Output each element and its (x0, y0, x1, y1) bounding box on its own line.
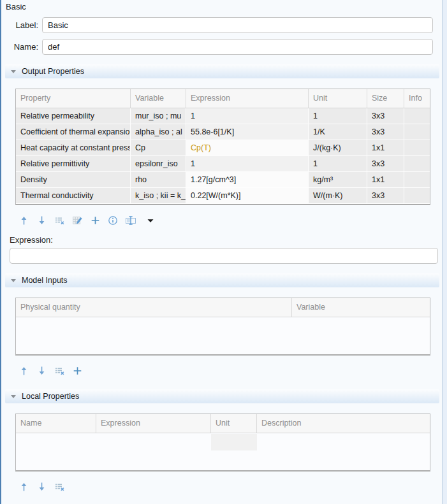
variable-cell[interactable]: Cp (131, 140, 186, 156)
section-title-model-inputs: Model Inputs (22, 276, 68, 285)
info-cell[interactable] (404, 124, 430, 140)
section-header-local-properties[interactable]: Local Properties (5, 389, 439, 403)
info-cell[interactable] (404, 108, 430, 124)
property-row[interactable]: Thermal conductivityk_iso ; kii = k_0.22… (16, 188, 430, 204)
column-header-expression: Expression (186, 89, 309, 108)
expression-cell[interactable]: 1 (186, 156, 309, 172)
variable-cell[interactable]: k_iso ; kii = k_ (131, 188, 186, 204)
add-icon (73, 366, 82, 376)
expression-cell[interactable]: 1 (186, 108, 309, 124)
move-up-button[interactable] (18, 215, 29, 226)
delete-button[interactable] (54, 481, 65, 493)
move-down-button[interactable] (36, 365, 47, 377)
unit-cell[interactable]: kg/m³ (309, 172, 367, 188)
move-down-icon (37, 215, 47, 226)
move-down-button[interactable] (36, 215, 47, 226)
unit-cell[interactable]: J/(kg·K) (309, 140, 367, 156)
collapse-caret-icon (11, 70, 16, 73)
property-row[interactable]: Densityrho1.27[g/cm^3]kg/m³1x1 (16, 172, 430, 188)
size-cell[interactable]: 3x3 (367, 108, 404, 124)
property-row[interactable]: Heat capacity at constant pressureCpCp(T… (16, 140, 430, 156)
edit-icon (72, 215, 83, 226)
label-field-label: Label: (9, 20, 38, 30)
delete-icon (54, 366, 65, 376)
expression-field-label: Expression: (10, 235, 442, 245)
variable-cell[interactable]: alpha_iso ; al (131, 124, 186, 140)
variable-cell[interactable]: rho (131, 172, 186, 188)
section-header-output-properties[interactable]: Output Properties (5, 64, 439, 78)
column-header-variable: Variable (131, 89, 186, 108)
info-cell[interactable] (404, 172, 430, 188)
column-header-unit: Unit (309, 89, 367, 108)
collapse-caret-icon (11, 279, 16, 282)
add-icon (91, 215, 100, 226)
output-properties-table: Property Variable Expression Unit Size I… (15, 89, 430, 205)
column-width-button[interactable] (125, 215, 136, 226)
info-button[interactable] (107, 215, 119, 226)
unit-cell[interactable]: 1 (309, 156, 367, 172)
output-properties-header: Property Variable Expression Unit Size I… (16, 89, 430, 108)
expression-cell[interactable]: Cp(T) (186, 140, 309, 156)
column-header-property: Property (16, 89, 131, 108)
model-inputs-tbody (16, 317, 430, 354)
expression-cell[interactable]: 55.8e-6[1/K] (186, 124, 309, 140)
size-cell[interactable]: 3x3 (367, 188, 404, 204)
menu-caret-button[interactable] (145, 215, 156, 226)
move-up-icon (19, 215, 29, 226)
size-cell[interactable]: 3x3 (367, 156, 404, 172)
column-header-variable: Variable (292, 298, 430, 317)
info-cell[interactable] (404, 188, 430, 204)
section-header-model-inputs[interactable]: Model Inputs (5, 273, 439, 287)
scrollbar[interactable] (442, 0, 447, 504)
property-cell[interactable]: Relative permittivity (16, 156, 131, 172)
info-cell[interactable] (404, 156, 430, 172)
section-title-local-properties: Local Properties (22, 392, 79, 401)
delete-button[interactable] (54, 215, 65, 226)
unit-cell[interactable]: 1 (309, 108, 367, 124)
property-cell[interactable]: Heat capacity at constant pressure (16, 140, 131, 156)
size-cell[interactable]: 1x1 (367, 172, 404, 188)
name-field-label: Name: (9, 42, 38, 52)
move-up-button[interactable] (18, 481, 29, 493)
property-row[interactable]: Relative permittivityepsilonr_iso113x3 (16, 156, 430, 172)
move-down-icon (37, 482, 47, 492)
add-button[interactable] (71, 365, 83, 377)
move-up-icon (19, 366, 29, 376)
add-button[interactable] (89, 215, 101, 226)
unit-cell-empty[interactable] (211, 434, 257, 450)
variable-cell[interactable]: mur_iso ; mu (131, 108, 186, 124)
delete-button[interactable] (54, 365, 65, 377)
column-width-icon (125, 215, 136, 226)
name-input[interactable] (42, 39, 433, 55)
variable-cell[interactable]: epsilonr_iso (131, 156, 186, 172)
output-properties-tbody: Relative permeabilitymur_iso ; mu113x3Co… (16, 108, 430, 204)
info-icon (108, 215, 118, 226)
move-up-button[interactable] (18, 365, 29, 377)
move-down-button[interactable] (36, 481, 47, 493)
unit-cell[interactable]: 1/K (309, 124, 367, 140)
property-cell[interactable]: Density (16, 172, 131, 188)
delete-icon (54, 215, 65, 226)
property-cell[interactable]: Relative permeability (16, 108, 131, 124)
local-properties-toolbar (18, 480, 442, 493)
expression-cell[interactable]: 1.27[g/cm^3] (186, 172, 309, 188)
column-header-unit: Unit (211, 414, 257, 433)
unit-cell[interactable]: W/(m·K) (309, 188, 367, 204)
move-down-icon (37, 366, 47, 376)
label-input[interactable] (42, 17, 433, 33)
property-row[interactable]: Relative permeabilitymur_iso ; mu113x3 (16, 108, 430, 124)
expression-input[interactable] (10, 248, 438, 264)
collapse-caret-icon (11, 395, 16, 398)
edit-button[interactable] (71, 215, 83, 226)
column-header-physical-quantity: Physical quantity (16, 298, 292, 317)
property-cell[interactable]: Thermal conductivity (16, 188, 131, 204)
property-row[interactable]: Coefficient of thermal expansionalpha_is… (16, 124, 430, 140)
size-cell[interactable]: 1x1 (367, 140, 404, 156)
size-cell[interactable]: 3x3 (367, 124, 404, 140)
expression-cell[interactable]: 0.22[W/(m*K)] (186, 188, 309, 204)
property-cell[interactable]: Coefficient of thermal expansion (16, 124, 131, 140)
settings-panel: Basic Label: Name: Output Properties Pro… (0, 0, 447, 504)
column-header-info: Info (404, 89, 430, 108)
info-cell[interactable] (404, 140, 430, 156)
move-up-icon (19, 482, 29, 492)
